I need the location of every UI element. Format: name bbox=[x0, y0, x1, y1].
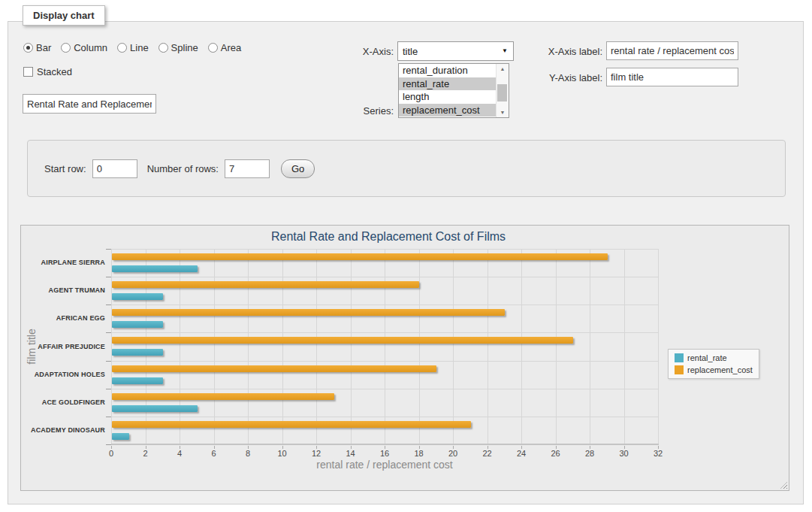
legend-item-replacement_cost[interactable]: replacement_cost bbox=[675, 365, 753, 374]
chart-legend: rental_ratereplacement_cost bbox=[668, 349, 759, 379]
chart-type-label: Column bbox=[74, 42, 107, 53]
x-tick-label: 26 bbox=[541, 449, 571, 458]
gridline bbox=[180, 249, 180, 444]
x-tick-label: 22 bbox=[472, 449, 503, 458]
chart-type-bar[interactable]: Bar bbox=[23, 42, 51, 53]
x-tick-label: 0 bbox=[96, 449, 126, 458]
x-axis-select[interactable]: title ▼ bbox=[397, 41, 514, 61]
x-axis-title: rental rate / replacement cost bbox=[111, 459, 658, 471]
gridline bbox=[556, 249, 557, 444]
y-tick-mark bbox=[106, 277, 111, 277]
x-axis-label-label: X-Axis label: bbox=[527, 46, 602, 57]
number-of-rows-input[interactable] bbox=[225, 159, 270, 178]
x-tick-label: 10 bbox=[267, 449, 297, 458]
legend-item-rental_rate[interactable]: rental_rate bbox=[675, 353, 753, 362]
series-option-replacement_cost[interactable]: replacement_cost bbox=[399, 104, 509, 117]
x-tick-label: 8 bbox=[233, 449, 263, 458]
radio-icon bbox=[61, 43, 71, 53]
bar-rental_rate bbox=[112, 321, 163, 328]
bar-replacement_cost bbox=[112, 337, 573, 344]
x-tick-label: 16 bbox=[370, 449, 400, 458]
x-tick-label: 2 bbox=[131, 449, 161, 458]
y-tick-mark bbox=[106, 249, 111, 250]
gridline bbox=[658, 249, 659, 444]
series-option-rental_rate[interactable]: rental_rate bbox=[399, 77, 509, 91]
radio-icon bbox=[158, 43, 168, 53]
x-tick-label: 28 bbox=[575, 449, 605, 458]
bar-rental_rate bbox=[112, 265, 198, 272]
chart-type-label: Spline bbox=[171, 42, 198, 53]
gridline bbox=[111, 417, 658, 417]
legend-swatch bbox=[675, 365, 684, 374]
gridline bbox=[590, 249, 590, 444]
scroll-down-icon[interactable]: ▼ bbox=[497, 108, 509, 117]
chart-type-line[interactable]: Line bbox=[117, 42, 149, 53]
category-label: ADAPTATION HOLES bbox=[21, 371, 105, 379]
series-option-rental_duration[interactable]: rental_duration bbox=[399, 64, 509, 77]
chart-type-column[interactable]: Column bbox=[61, 42, 107, 53]
gridline bbox=[385, 249, 385, 444]
x-tick-label: 32 bbox=[643, 449, 673, 458]
x-axis-select-label: X-Axis: bbox=[322, 46, 394, 57]
number-of-rows-label: Number of rows: bbox=[147, 163, 219, 174]
x-tick-label: 14 bbox=[336, 449, 366, 458]
chart-container: Rental Rate and Replacement Cost of Film… bbox=[20, 225, 789, 491]
x-tick-label: 20 bbox=[438, 449, 468, 458]
y-axis-label-input[interactable] bbox=[606, 68, 738, 86]
series-options: rental_durationrental_ratelengthreplacem… bbox=[399, 64, 509, 117]
gridline bbox=[111, 332, 658, 333]
listbox-scrollbar[interactable]: ▲ ▼ bbox=[496, 64, 509, 117]
chevron-down-icon: ▼ bbox=[502, 48, 508, 54]
series-listbox[interactable]: rental_durationrental_ratelengthreplacem… bbox=[398, 63, 509, 118]
bar-rental_rate bbox=[112, 293, 163, 300]
page: Display chart BarColumnLineSplineArea St… bbox=[0, 0, 812, 512]
gridline bbox=[111, 304, 658, 305]
radio-icon bbox=[117, 43, 127, 53]
x-tick-label: 12 bbox=[301, 449, 331, 458]
gridline bbox=[111, 277, 658, 277]
x-axis-label-input[interactable] bbox=[606, 41, 738, 60]
gridline bbox=[111, 361, 658, 362]
start-row-input[interactable] bbox=[92, 159, 137, 178]
gridline bbox=[624, 249, 625, 444]
scroll-up-icon[interactable]: ▲ bbox=[497, 64, 509, 74]
panel-legend: Display chart bbox=[23, 5, 105, 26]
bar-replacement_cost bbox=[112, 393, 334, 400]
stacked-label: Stacked bbox=[37, 66, 72, 77]
category-label: AFFAIR PREJUDICE bbox=[21, 343, 105, 351]
bar-rental_rate bbox=[112, 349, 163, 356]
series-select-label: Series: bbox=[322, 105, 394, 117]
gridline bbox=[453, 249, 454, 444]
gridline bbox=[111, 249, 112, 444]
checkbox-icon bbox=[23, 67, 33, 77]
bar-replacement_cost bbox=[112, 421, 471, 428]
chart-type-spline[interactable]: Spline bbox=[158, 42, 198, 53]
y-tick-mark bbox=[106, 332, 111, 333]
x-tick-label: 18 bbox=[404, 449, 434, 458]
chart-type-area[interactable]: Area bbox=[208, 42, 241, 53]
radio-icon bbox=[23, 43, 33, 53]
chart-type-radio-group: BarColumnLineSplineArea bbox=[23, 42, 241, 53]
stacked-checkbox[interactable]: Stacked bbox=[23, 66, 72, 77]
go-button[interactable]: Go bbox=[281, 159, 315, 178]
gridline bbox=[248, 249, 249, 444]
y-tick-mark bbox=[106, 444, 111, 445]
gridline bbox=[146, 249, 146, 444]
series-option-length[interactable]: length bbox=[399, 90, 509, 104]
gridline bbox=[316, 249, 317, 444]
x-tick-label: 6 bbox=[199, 449, 229, 458]
scrollbar-thumb[interactable] bbox=[497, 84, 507, 101]
chart: Rental Rate and Replacement Cost of Film… bbox=[21, 226, 756, 490]
rows-box: Start row: Number of rows: Go bbox=[27, 140, 786, 197]
bar-replacement_cost bbox=[112, 309, 505, 316]
bar-replacement_cost bbox=[112, 365, 436, 372]
gridline bbox=[111, 249, 658, 250]
x-axis-line bbox=[111, 444, 659, 445]
category-label: AFRICAN EGG bbox=[21, 314, 105, 323]
radio-icon bbox=[208, 43, 218, 53]
resize-handle-icon[interactable] bbox=[780, 482, 787, 489]
category-label: AGENT TRUMAN bbox=[21, 286, 105, 295]
chart-title-input[interactable] bbox=[23, 94, 156, 114]
chart-title: Rental Rate and Replacement Cost of Film… bbox=[21, 230, 756, 244]
chart-type-label: Line bbox=[130, 42, 149, 53]
